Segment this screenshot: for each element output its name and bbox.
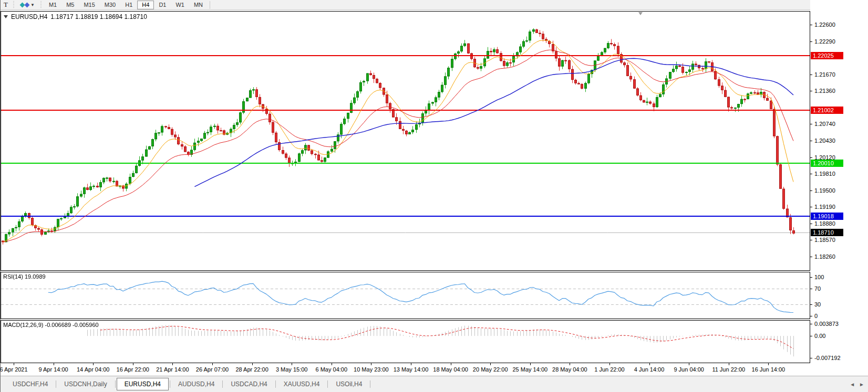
time-tick-label: 20 May 22:00	[473, 366, 508, 373]
time-tick	[411, 363, 411, 365]
toolbar-separator	[210, 1, 210, 9]
timeframe-button-d1[interactable]: D1	[154, 1, 171, 9]
rsi-tick	[810, 277, 812, 278]
tab-scroll-nav: ◄ ►	[850, 376, 864, 392]
timeframe-button-h1[interactable]: H1	[120, 1, 137, 9]
chart-shift-marker[interactable]	[638, 12, 643, 15]
time-tick	[133, 363, 133, 365]
tab-scroll-left-icon[interactable]: ◄	[850, 382, 855, 387]
cursor-tool-icon-2	[25, 2, 30, 7]
time-tick	[530, 363, 531, 365]
time-tick	[490, 363, 491, 365]
time-tick	[252, 363, 253, 365]
price-tick	[810, 224, 812, 224]
time-tick	[768, 363, 769, 365]
time-tick-label: 9 Apr 14:00	[38, 366, 68, 373]
price-tick-label: 1.19190	[814, 204, 835, 210]
time-tick-label: 28 May 04:00	[552, 366, 587, 373]
time-tick-label: 10 May 23:00	[354, 366, 389, 373]
chart-tab-eurusd[interactable]: EURUSD,H4	[117, 378, 169, 390]
chart-tab-usdcad[interactable]: USDCAD,H4	[224, 379, 274, 389]
price-tick-label: 1.21360	[814, 88, 835, 94]
price-tick-label: 1.20430	[814, 137, 835, 144]
time-tick-label: 16 Jun 14:00	[752, 366, 786, 373]
chart-tab-usdchf[interactable]: USDCHF,H4	[6, 379, 55, 389]
rsi-axis-label: 70	[814, 285, 821, 292]
price-tick	[810, 207, 812, 207]
timeframe-button-m15[interactable]: M15	[79, 1, 99, 9]
chart-ohlc-values: 1.18717 1.18819 1.18694 1.18710	[50, 13, 147, 20]
price-chart-canvas[interactable]	[1, 12, 810, 270]
rsi-panel: RSI(14) 19.0989	[1, 272, 810, 319]
chart-symbol-label: EURUSD,H4	[11, 13, 47, 20]
hline-price-badge[interactable]: 1.20010	[811, 160, 843, 167]
price-tick	[810, 141, 812, 141]
toolbar-grip-2	[40, 1, 43, 8]
rsi-canvas[interactable]	[1, 272, 810, 319]
time-tick	[14, 363, 14, 365]
time-axis[interactable]: 6 Apr 20219 Apr 14:0014 Apr 04:0016 Apr …	[1, 363, 810, 376]
price-tick-label: 1.18260	[814, 253, 835, 260]
macd-panel: MACD(12,26,9) -0.006689 -0.005960	[1, 320, 810, 363]
chart-tab-audusd[interactable]: AUDUSD,H4	[171, 379, 221, 389]
timeframe-button-m30[interactable]: M30	[100, 1, 120, 9]
price-tick	[810, 124, 812, 124]
chart-tab-usdcnh[interactable]: USDCNH,Daily	[57, 379, 113, 389]
toolbar-grip	[13, 1, 15, 8]
price-tick-label: 1.19810	[814, 171, 835, 177]
price-tick	[810, 257, 812, 257]
timeframe-button-m5[interactable]: M5	[61, 1, 79, 9]
ohlc-dropdown-icon[interactable]	[4, 15, 8, 18]
time-tick-label: 3 May 15:00	[276, 366, 308, 373]
time-tick	[451, 363, 451, 365]
time-tick-label: 1 Jun 22:00	[594, 366, 625, 373]
macd-axis-label: 0.003873	[814, 321, 839, 327]
price-tick	[810, 25, 812, 25]
current-price-badge[interactable]: 1.18710	[811, 229, 843, 236]
chart-tab-usoil[interactable]: USOil,H4	[329, 379, 369, 389]
time-tick	[729, 363, 729, 365]
time-tick	[649, 363, 650, 365]
timeframe-button-h4[interactable]: H4	[137, 1, 154, 9]
tab-separator	[370, 380, 370, 388]
tab-separator	[222, 380, 223, 388]
macd-tick	[810, 358, 812, 358]
time-tick-label: 4 Jun 14:00	[634, 366, 665, 373]
rsi-axis-label: 0	[814, 313, 818, 319]
chart-tab-bar: USDCHF,H4USDCNH,DailyEURUSD,H4AUDUSD,H4U…	[1, 376, 868, 392]
rsi-tick	[810, 304, 812, 305]
price-tick-label: 1.19500	[814, 187, 835, 194]
time-tick-label: 13 May 14:00	[394, 366, 429, 373]
time-tick-label: 18 May 04:00	[433, 366, 468, 373]
price-axis[interactable]: 1.226001.222901.216701.213601.207401.204…	[810, 0, 868, 376]
time-tick-label: 25 May 14:00	[512, 366, 547, 373]
tab-separator	[275, 380, 276, 388]
time-tick-label: 11 Jun 22:00	[712, 366, 745, 373]
macd-axis-label: -0.007192	[814, 355, 841, 361]
hline-price-badge[interactable]: 1.19018	[811, 213, 843, 220]
time-tick-label: 14 Apr 04:00	[77, 366, 109, 373]
time-tick	[689, 363, 689, 365]
time-tick-label: 28 Apr 22:00	[235, 366, 268, 373]
mt4-window: T ▼ M1M5M15M30H1H4D1W1MN EURUSD,H4 1.187…	[0, 0, 868, 392]
time-tick-label: 16 Apr 22:00	[117, 366, 149, 373]
cursor-style-dropdown[interactable]: ▼	[17, 1, 38, 9]
time-tick	[54, 363, 54, 365]
price-tick	[810, 174, 812, 174]
chart-title: EURUSD,H4 1.18717 1.18819 1.18694 1.1871…	[4, 13, 147, 20]
price-tick	[810, 190, 812, 191]
timeframe-button-mn[interactable]: MN	[189, 1, 208, 9]
macd-canvas[interactable]	[1, 321, 810, 363]
macd-tick	[810, 336, 812, 336]
tab-scroll-right-icon[interactable]: ►	[859, 382, 864, 387]
hline-price-badge[interactable]: 1.21002	[811, 107, 843, 114]
timeframe-button-m1[interactable]: M1	[44, 1, 61, 9]
time-tick	[371, 363, 371, 365]
chart-tab-xauusd[interactable]: XAUUSD,H4	[277, 379, 327, 389]
hline-price-badge[interactable]: 1.22025	[811, 52, 843, 59]
text-tool-button[interactable]: T	[1, 1, 11, 9]
price-tick-label: 1.22290	[814, 38, 835, 45]
price-chart-panel: EURUSD,H4 1.18717 1.18819 1.18694 1.1871…	[1, 11, 810, 271]
tab-separator	[115, 380, 116, 388]
timeframe-button-w1[interactable]: W1	[171, 1, 189, 9]
